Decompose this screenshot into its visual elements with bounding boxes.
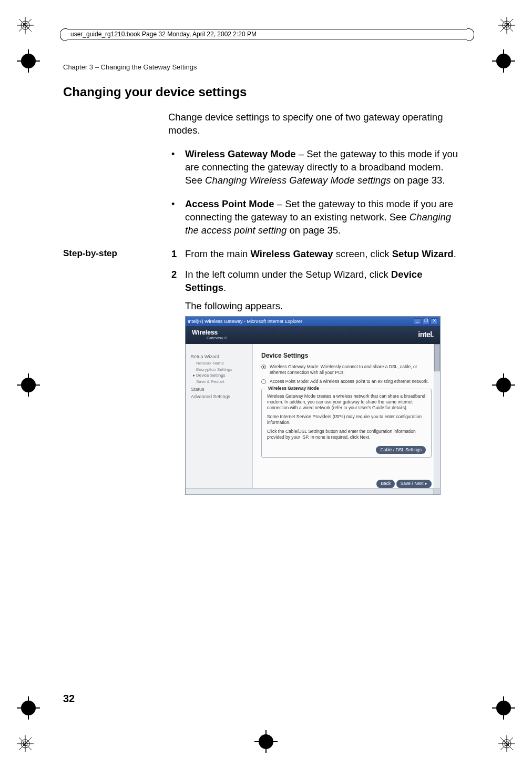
radio-icon <box>261 379 266 384</box>
fieldset-legend: Wireless Gateway Mode <box>266 386 321 391</box>
sidebar-item-encryption[interactable]: Encryption Settings <box>196 367 248 373</box>
radio-wireless-gateway[interactable]: Wireless Gateway Mode: Wirelessly connec… <box>261 364 432 376</box>
sidebar-nav: Setup Wizard Network Name Encryption Set… <box>186 344 253 488</box>
wireless-gateway-mode-fieldset: Wireless Gateway Mode Wireless Gateway M… <box>261 389 432 458</box>
xref-tail: on page 33. <box>391 175 445 186</box>
main-panel: Device Settings Wireless Gateway Mode: W… <box>253 344 440 488</box>
step-by-step-label: Step-by-step <box>63 248 117 260</box>
brand-subtitle: Gateway II <box>207 336 227 341</box>
list-item: Access Point Mode – Set the gateway to t… <box>168 198 460 237</box>
radio-label: Wireless Gateway Mode: Wirelessly connec… <box>270 364 417 375</box>
crop-mark-right <box>492 49 515 73</box>
minimize-button[interactable]: _ <box>414 318 421 325</box>
sidebar-item-save-restart[interactable]: Save & Restart <box>196 379 248 385</box>
step-text: From the main Wireless Gateway screen, c… <box>185 248 456 259</box>
horizontal-scrollbar[interactable] <box>186 488 440 494</box>
sidebar-pointer-icon: ▸ <box>193 373 195 379</box>
sidebar-item-network-name[interactable]: Network Name <box>196 361 248 367</box>
corner-mark-bl <box>16 734 35 753</box>
running-head: user_guide_rg1210.book Page 32 Monday, A… <box>67 29 467 39</box>
corner-mark-tr <box>497 16 516 35</box>
fieldset-text: Wireless Gateway Mode creates a wireless… <box>267 393 426 411</box>
section-title: Changing your device settings <box>63 85 468 99</box>
radio-access-point[interactable]: Access Point Mode: Add a wireless access… <box>261 379 432 384</box>
fieldset-text: Click the Cable/DSL Settings button and … <box>267 429 426 440</box>
radio-icon <box>261 365 266 369</box>
xref-tail: on page 35. <box>287 225 341 236</box>
brand-name: Wireless <box>192 329 218 336</box>
xref: Changing Wireless Gateway Mode settings <box>205 175 391 186</box>
sidebar-status[interactable]: Status <box>191 386 248 392</box>
window-title: Intel(R) Wireless Gateway - Microsoft In… <box>188 318 302 325</box>
body-column: Change device settings to specify one of… <box>168 111 460 495</box>
step-list: Step-by-step 1 From the main Wireless Ga… <box>168 248 460 495</box>
sidebar-setup-wizard[interactable]: Setup Wizard <box>191 353 248 360</box>
crop-mark-bottomcenter <box>254 730 278 753</box>
corner-mark-tl <box>16 16 35 35</box>
step-text: In the left column under the Setup Wizar… <box>185 269 422 293</box>
step-result: The following appears. <box>185 300 460 313</box>
crop-mark-left <box>17 49 40 73</box>
intro-paragraph: Change device settings to specify one of… <box>168 111 460 137</box>
running-head-text: user_guide_rg1210.book Page 32 Monday, A… <box>70 31 257 38</box>
crop-mark-midleft <box>17 373 40 397</box>
maximize-button[interactable]: ❐ <box>422 318 429 325</box>
step-item: 2 In the left column under the Setup Wiz… <box>168 268 460 495</box>
step-item: 1 From the main Wireless Gateway screen,… <box>168 248 460 261</box>
page-number: 32 <box>63 693 75 705</box>
cable-dsl-settings-button[interactable]: Cable / DSL Settings <box>376 446 426 454</box>
step-number: 2 <box>171 268 177 281</box>
back-button[interactable]: Back <box>376 480 395 488</box>
crop-mark-bottomleft <box>17 696 40 720</box>
mode-name: Wireless Gateway Mode <box>185 148 296 159</box>
save-next-button[interactable]: Save / Next ▸ <box>396 480 432 488</box>
sidebar-advanced[interactable]: Advanced Settings <box>191 393 248 400</box>
radio-label: Access Point Mode: Add a wireless access… <box>270 379 428 384</box>
panel-heading: Device Settings <box>261 351 432 360</box>
mode-name: Access Point Mode <box>185 198 274 209</box>
close-button[interactable]: ✕ <box>431 318 438 325</box>
step-number: 1 <box>171 248 177 261</box>
list-item: Wireless Gateway Mode – Set the gateway … <box>168 148 460 187</box>
crop-mark-midright <box>492 373 515 397</box>
fieldset-text: Some Internet Service Providers (ISPs) m… <box>267 414 426 426</box>
window-titlebar: Intel(R) Wireless Gateway - Microsoft In… <box>186 317 440 326</box>
embedded-screenshot: Intel(R) Wireless Gateway - Microsoft In… <box>185 316 441 495</box>
mode-list: Wireless Gateway Mode – Set the gateway … <box>168 148 460 237</box>
brand-bar: Wireless Gateway II intel. <box>186 326 440 344</box>
corner-mark-br <box>497 734 516 753</box>
vertical-scrollbar[interactable] <box>434 344 440 488</box>
crop-mark-bottomright <box>492 696 515 720</box>
intel-logo: intel. <box>418 330 434 340</box>
page-content: user_guide_rg1210.book Page 32 Monday, A… <box>63 63 468 705</box>
sidebar-item-device-settings[interactable]: Device Settings <box>196 373 248 379</box>
chapter-line: Chapter 3 – Changing the Gateway Setting… <box>63 63 468 71</box>
